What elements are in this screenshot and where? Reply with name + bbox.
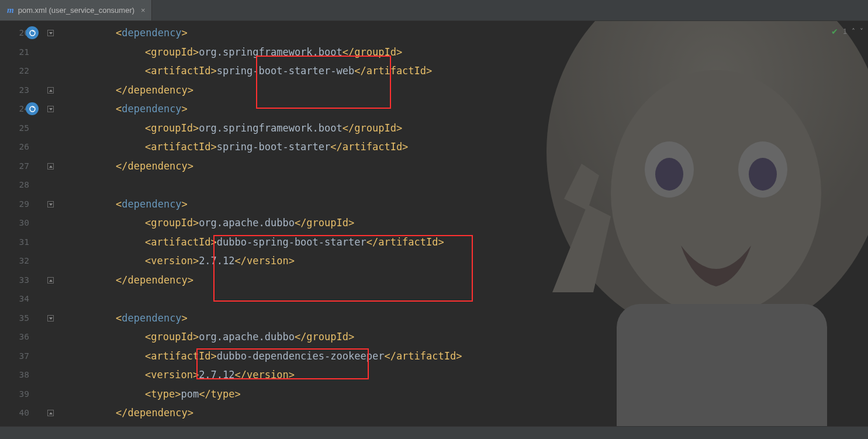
code-token: <groupId> [145,331,199,343]
line-number: 38 [0,365,29,385]
code-line[interactable]: <artifactId>spring-boot-starter</artifac… [57,137,868,157]
code-token: pom [181,388,199,400]
code-token: < [116,198,122,210]
code-line[interactable]: <version>2.7.12</version> [57,251,868,271]
run-gutter-icon[interactable] [26,102,39,115]
code-token: </groupId> [343,46,402,58]
code-line[interactable]: <groupId>org.apache.dubbo</groupId> [57,327,868,347]
line-number: 39 [0,385,29,404]
code-token: <artifactId> [145,236,217,248]
code-line[interactable] [57,175,868,195]
code-token: spring-boot-starter [217,141,330,153]
code-token: </artifactId> [354,65,432,77]
code-line[interactable]: <groupId>org.apache.dubbo</groupId> [57,213,868,233]
code-token: > [182,312,188,324]
code-line[interactable]: <artifactId>spring-boot-starter-web</art… [57,61,868,81]
fold-expand-icon[interactable] [47,277,54,284]
line-number: 22 [0,61,29,81]
line-number: 27 [0,157,29,176]
code-token: </dependency> [116,274,193,286]
code-token: spring-boot-starter-web [217,65,354,77]
code-line[interactable]: <type>pom</type> [57,385,868,404]
code-token: org.apache.dubbo [199,217,295,229]
code-line[interactable]: <artifactId>dubbo-dependencies-zookeeper… [57,347,868,366]
code-line[interactable]: <artifactId>dubbo-spring-boot-starter</a… [57,233,868,252]
fold-expand-icon[interactable] [47,163,54,170]
line-number: 23 [0,81,29,100]
maven-file-icon: m [7,5,14,15]
line-number: 32 [0,251,29,271]
run-gutter-icon[interactable] [26,26,39,39]
code-line[interactable]: <dependency> [57,99,868,119]
code-token: <groupId> [145,217,199,229]
code-token: </artifactId> [330,141,408,153]
line-number: 29 [0,195,29,214]
inspection-widget[interactable]: ✔ 1 ˄ ˅ [831,27,863,36]
code-token: </groupId> [343,122,402,134]
editor-tab-label: pom.xml (user_service_consumer) [18,6,134,15]
code-token: </groupId> [295,217,354,229]
fold-collapse-icon[interactable] [47,30,54,36]
code-token: dependency [122,312,181,324]
code-token: </dependency> [116,160,193,172]
inspection-ok-icon: ✔ [831,27,838,36]
code-line[interactable]: <groupId>org.springframework.boot</group… [57,119,868,138]
code-token: </groupId> [295,331,354,343]
code-token: dependency [122,103,181,115]
code-token: < [116,312,122,324]
code-token: <artifactId> [145,141,217,153]
fold-expand-icon[interactable] [47,410,54,416]
fold-expand-icon[interactable] [47,87,54,94]
line-number: 20 [0,23,29,43]
close-tab-icon[interactable]: × [141,6,146,15]
code-line[interactable]: </dependency> [57,271,868,290]
line-number: 31 [0,233,29,252]
code-token: dependency [122,27,181,39]
code-token: org.apache.dubbo [199,331,295,343]
code-token: dubbo-dependencies-zookeeper [217,350,385,362]
code-line[interactable]: <dependency> [57,195,868,214]
code-token: > [182,27,188,39]
code-line[interactable]: <version>2.7.12</version> [57,365,868,385]
code-token: dubbo-spring-boot-starter [217,236,366,248]
fold-collapse-icon[interactable] [47,201,54,208]
inspection-count: 1 [843,27,847,36]
code-token: </type> [199,388,241,400]
inspection-next-icon[interactable]: ˅ [860,27,863,36]
code-area[interactable]: <dependency><groupId>org.springframework… [57,21,868,439]
code-token: > [182,198,188,210]
line-number: 34 [0,289,29,309]
svg-point-7 [30,30,35,36]
line-number: 40 [0,403,29,423]
code-line[interactable]: </dependency> [57,81,868,100]
code-token: <groupId> [145,46,199,58]
code-line[interactable]: <dependency> [57,309,868,328]
line-number: 26 [0,137,29,157]
editor-tab-bar: m pom.xml (user_service_consumer) × [0,0,868,21]
line-number: 30 [0,213,29,233]
code-line[interactable]: <groupId>org.springframework.boot</group… [57,43,868,62]
code-line[interactable]: <dependency> [57,23,868,43]
line-number: 37 [0,347,29,366]
breadcrumb-bar [0,426,868,439]
code-token: <version> [145,369,199,381]
code-token: org.springframework.boot [199,122,343,134]
fold-collapse-icon[interactable] [47,315,54,322]
code-token: <groupId> [145,122,199,134]
editor-tab-pom-xml[interactable]: m pom.xml (user_service_consumer) × [0,0,152,20]
code-line[interactable] [57,289,868,309]
code-token: < [116,103,122,115]
code-line[interactable]: </dependency> [57,157,868,176]
code-token: </dependency> [116,407,193,419]
fold-collapse-icon[interactable] [47,106,54,112]
code-token: < [116,27,122,39]
code-token: </dependency> [116,84,193,96]
code-token: <type> [145,388,181,400]
code-token: org.springframework.boot [199,46,343,58]
code-line[interactable]: </dependency> [57,403,868,423]
code-token: > [182,103,188,115]
code-token: dependency [122,198,181,210]
code-editor[interactable]: 2021222324252627282930313233343536373839… [0,21,868,439]
line-number: 24 [0,99,29,119]
inspection-prev-icon[interactable]: ˄ [852,27,855,36]
